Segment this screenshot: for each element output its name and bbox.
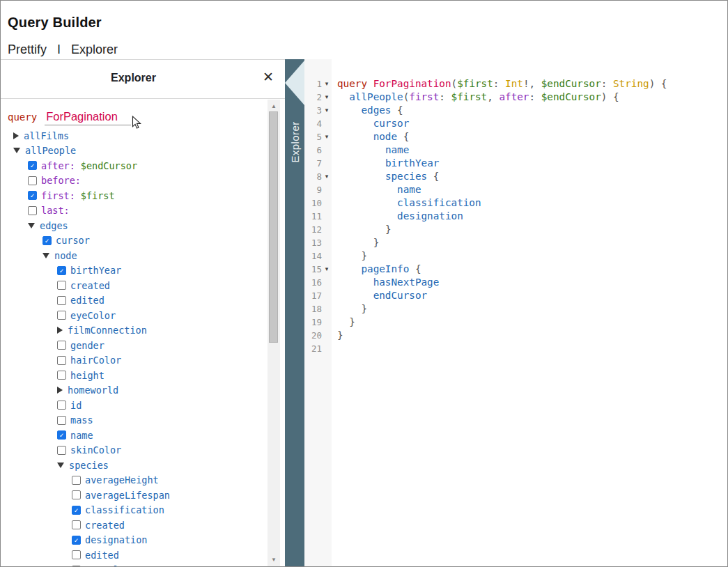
line-number: 6 [316, 145, 322, 155]
tree-row-id[interactable]: id [1, 398, 268, 413]
code-line-13: } [337, 236, 727, 249]
checkbox-unchecked[interactable] [57, 341, 66, 350]
fold-marker-icon[interactable]: ▾ [322, 91, 332, 104]
checkbox-checked[interactable]: ✓ [42, 236, 52, 245]
checkbox-checked[interactable]: ✓ [72, 536, 81, 545]
explorer-toggle-button[interactable]: Explorer [71, 42, 118, 57]
gutter-row: 8▾ [304, 170, 332, 183]
tree-row-node[interactable]: node [1, 248, 268, 263]
checkbox-unchecked[interactable] [72, 476, 81, 485]
checkbox-checked[interactable]: ✓ [28, 191, 37, 200]
tree-item-label: gender [70, 340, 104, 351]
tree-item-label: hairColor [70, 355, 121, 366]
scrollbar-thumb[interactable] [269, 111, 278, 343]
editor-code[interactable]: query ForPagination($first: Int!, $endCu… [332, 59, 727, 566]
checkbox-unchecked[interactable] [57, 401, 66, 410]
tree-row-gender[interactable]: gender [1, 338, 268, 353]
tree-item-label: allFilms [24, 130, 69, 141]
tree-item-label: edges [40, 220, 68, 231]
tree-row-cursor[interactable]: ✓cursor [1, 233, 268, 249]
checkbox-unchecked[interactable] [72, 550, 81, 559]
toolbar: Prettify I Explorer [8, 42, 118, 57]
tree-row-classification[interactable]: ✓classification [1, 503, 268, 518]
caret-collapsed-icon[interactable] [13, 132, 19, 139]
caret-expanded-icon[interactable] [42, 253, 49, 258]
tree-row-mass[interactable]: mass [1, 413, 268, 428]
tree-item-label: node [54, 250, 77, 261]
checkbox-unchecked[interactable] [57, 446, 66, 455]
tree-row-eyeColor[interactable]: eyeColor [1, 308, 268, 323]
fold-marker-icon[interactable]: ▾ [322, 170, 332, 183]
tree-row-before[interactable]: before: [1, 173, 268, 189]
fold-marker-icon[interactable]: ▾ [322, 263, 332, 276]
tree-row-edited[interactable]: edited [1, 293, 268, 309]
tree-row-eyeColors[interactable]: eyeColors [1, 563, 268, 567]
tree-row-edges[interactable]: edges [1, 218, 268, 233]
tree-row-species[interactable]: species [1, 458, 268, 473]
query-editor[interactable]: 1▾2▾3▾45▾678▾9101112131415▾161718192021 … [304, 59, 727, 566]
fold-marker-icon[interactable]: ▾ [322, 130, 332, 143]
fold-marker-icon[interactable]: ▾ [322, 104, 332, 117]
tree-item-value: $first [81, 190, 115, 201]
tree-row-name[interactable]: ✓name [1, 428, 268, 443]
checkbox-unchecked[interactable] [28, 206, 37, 215]
explorer-tab[interactable]: Explorer [285, 59, 304, 566]
fold-marker-icon[interactable]: ▾ [322, 77, 332, 91]
explorer-scrollbar[interactable]: ▲ ▼ [268, 100, 280, 567]
checkbox-unchecked[interactable] [28, 176, 37, 185]
tree-row-created[interactable]: created [1, 278, 268, 293]
checkbox-unchecked[interactable] [72, 490, 81, 499]
tree-row-birthYear[interactable]: ✓birthYear [1, 263, 268, 279]
checkbox-unchecked[interactable] [72, 520, 81, 529]
checkbox-unchecked[interactable] [57, 356, 66, 365]
tree-row-created[interactable]: created [1, 518, 268, 533]
tree-row-averageHeight[interactable]: averageHeight [1, 473, 268, 488]
caret-expanded-icon[interactable] [28, 223, 35, 228]
line-number: 5 [316, 132, 322, 142]
query-name-input[interactable] [45, 110, 131, 125]
tree-row-allFilms[interactable]: allFilms [1, 128, 268, 143]
checkbox-unchecked[interactable] [57, 296, 66, 305]
checkbox-checked[interactable]: ✓ [28, 161, 37, 170]
checkbox-unchecked[interactable] [57, 371, 66, 380]
tree-row-hairColor[interactable]: hairColor [1, 353, 268, 368]
gutter-row: 17 [304, 289, 332, 302]
scroll-down-icon[interactable]: ▼ [268, 554, 280, 566]
line-number: 13 [311, 238, 322, 248]
tree-row-first[interactable]: ✓first:$first [1, 188, 268, 203]
gutter-row: 18 [304, 302, 332, 316]
tree-item-label: averageLifespan [85, 490, 170, 501]
checkbox-unchecked[interactable] [57, 281, 66, 290]
tree-row-edited[interactable]: edited [1, 547, 268, 563]
checkbox-checked[interactable]: ✓ [72, 506, 81, 515]
gutter-row: 2▾ [304, 91, 332, 104]
tree-row-after[interactable]: ✓after:$endCursor [1, 158, 268, 173]
close-icon[interactable]: ✕ [263, 70, 274, 85]
checkbox-unchecked[interactable] [57, 416, 66, 425]
tree-row-height[interactable]: height [1, 368, 268, 383]
gutter-row: 16 [304, 276, 332, 289]
tree-row-averageLifespan[interactable]: averageLifespan [1, 488, 268, 503]
tree-item-label: edited [70, 295, 104, 306]
explorer-panel-header: Explorer ✕ [1, 60, 286, 99]
tree-item-value: $endCursor [81, 160, 137, 171]
caret-expanded-icon[interactable] [57, 463, 64, 468]
tree-row-homeworld[interactable]: homeworld [1, 383, 268, 398]
checkbox-checked[interactable]: ✓ [57, 430, 66, 440]
caret-collapsed-icon[interactable] [57, 387, 63, 394]
tree-item-label: mass [70, 414, 93, 426]
checkbox-unchecked[interactable] [57, 311, 66, 320]
checkbox-checked[interactable]: ✓ [57, 266, 66, 275]
code-line-12: } [337, 223, 727, 236]
tree-row-designation[interactable]: ✓designation [1, 533, 268, 548]
tree-row-last[interactable]: last: [1, 203, 268, 219]
scroll-up-icon[interactable]: ▲ [268, 101, 280, 112]
caret-expanded-icon[interactable] [13, 148, 20, 153]
tree-row-skinColor[interactable]: skinColor [1, 443, 268, 458]
prettify-button[interactable]: Prettify [8, 42, 47, 57]
caret-collapsed-icon[interactable] [57, 327, 63, 334]
line-number: 3 [316, 105, 322, 116]
query-keyword: query [8, 111, 37, 123]
tree-row-filmConnection[interactable]: filmConnection [1, 323, 268, 339]
tree-row-allPeople[interactable]: allPeople [1, 143, 268, 159]
